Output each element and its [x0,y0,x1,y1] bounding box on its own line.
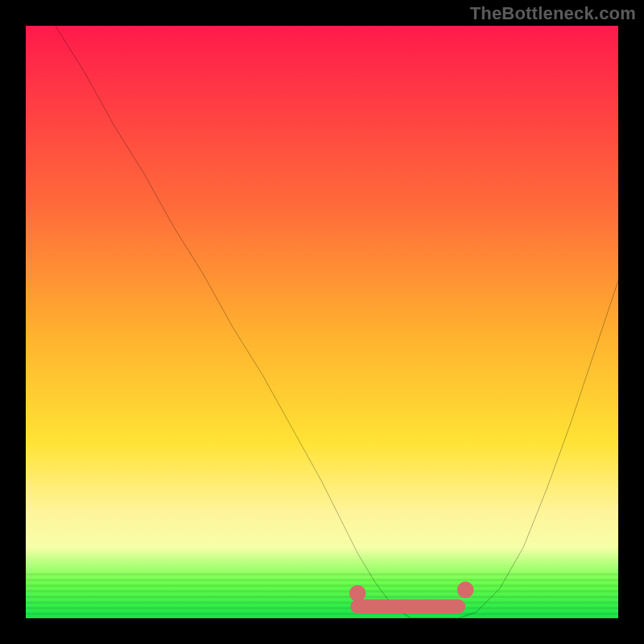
curve-line [56,26,618,618]
bottleneck-curve [26,26,618,618]
marker-end-left [349,585,366,602]
attribution-label: TheBottleneck.com [470,3,636,24]
marker-end-right [457,581,474,598]
chart-frame: TheBottleneck.com [0,0,644,644]
plot-area [26,26,618,618]
curve-path-group [56,26,618,618]
flat-minimum-marker [349,581,474,606]
